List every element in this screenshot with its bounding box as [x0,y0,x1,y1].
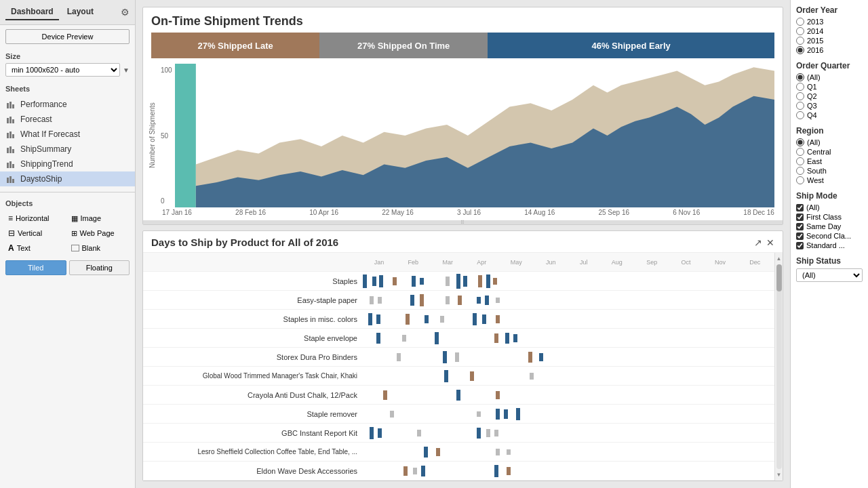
right-filter-panel: Order Year 2013 2014 2015 2016 Order Qua… [790,0,868,488]
svg-rect-0 [7,103,9,108]
region-all-radio[interactable] [796,138,804,146]
shipmode-second[interactable]: Second Cla... [796,232,863,240]
svg-rect-5 [12,119,14,123]
product-data [363,386,772,404]
year-2014[interactable]: 2014 [796,27,863,35]
svg-rect-12 [7,163,9,168]
shipmode-standard-cb[interactable] [796,242,804,249]
obj-blank[interactable]: Blank [68,241,130,255]
sheet-label-whatif: What If Forecast [20,129,80,139]
y-tick-0: 0 [161,197,172,205]
year-2013[interactable]: 2013 [796,18,863,26]
ship-status-title: Ship Status [796,256,863,266]
year-2014-radio[interactable] [796,27,804,35]
bar-chart-icon [5,99,16,110]
shipmode-all[interactable]: (All) [796,203,863,211]
year-2016[interactable]: 2016 [796,46,863,54]
scroll-thumb[interactable] [776,264,782,291]
year-2013-label: 2013 [807,18,823,26]
quarter-q3[interactable]: Q3 [796,102,863,110]
size-select[interactable]: min 1000x620 - auto [5,63,120,77]
tab-layout[interactable]: Layout [62,4,99,20]
shipped-early-segment[interactable]: 46% Shipped Early [488,33,774,58]
product-data [363,329,772,347]
sidebar-item-forecast[interactable]: Forecast [0,112,135,127]
tab-dashboard[interactable]: Dashboard [5,4,59,20]
sidebar-item-daystoship[interactable]: DaystoShip [0,171,135,186]
shipmode-first[interactable]: First Class [796,213,863,221]
quarter-q4[interactable]: Q4 [796,111,863,119]
svg-rect-10 [9,146,12,153]
table-row: Staple remover [143,405,774,424]
year-2013-radio[interactable] [796,18,804,26]
obj-vertical[interactable]: ⊟ Vertical [5,226,67,240]
obj-horizontal[interactable]: ≡ Horizontal [5,211,67,225]
scroll-track[interactable] [776,264,782,469]
bottom-chart-body: JanFebMarAprMayJunJulAugSepOctNovDec Sta… [143,253,783,481]
quarter-all-radio[interactable] [796,73,804,81]
quarter-q2-radio[interactable] [796,92,804,100]
sidebar-item-whatif[interactable]: What If Forecast [0,127,135,142]
shipped-late-label: 27% Shipped Late [197,41,273,51]
region-east-radio[interactable] [796,157,804,165]
region-south-radio[interactable] [796,167,804,175]
shipmode-first-cb[interactable] [796,214,804,221]
table-row: GBC Instant Report Kit [143,424,774,443]
quarter-q4-radio[interactable] [796,111,804,119]
quarter-q3-radio[interactable] [796,102,804,110]
region-west[interactable]: West [796,176,863,184]
region-central-radio[interactable] [796,148,804,156]
objects-grid: ≡ Horizontal ▦ Image ⊟ Vertical ⊞ Web Pa… [0,209,135,258]
shipmode-sameday[interactable]: Same Day [796,222,863,230]
bottom-chart-title: Days to Ship by Product for All of 2016 [151,237,338,248]
tiled-button[interactable]: Tiled [5,260,66,275]
shipmode-all-cb[interactable] [796,204,804,211]
image-icon: ▦ [71,214,78,223]
shipmode-standard[interactable]: Standard ... [796,241,863,249]
svg-rect-18 [175,64,196,207]
sidebar-item-shippingtrend[interactable]: ShippingTrend [0,157,135,171]
obj-text[interactable]: A Text [5,241,67,255]
ship-status-dropdown[interactable]: (All) [796,268,863,282]
shipped-late-segment[interactable]: 27% Shipped Late [151,33,319,58]
region-east[interactable]: East [796,157,863,165]
obj-webpage[interactable]: ⊞ Web Page [68,226,130,240]
svg-rect-1 [9,102,12,108]
chart-resize-handle[interactable]: ⠿ [143,220,783,224]
blank-icon [71,245,79,251]
region-all[interactable]: (All) [796,138,863,146]
quarter-q2[interactable]: Q2 [796,92,863,100]
quarter-q3-label: Q3 [807,102,817,110]
region-south[interactable]: South [796,167,863,175]
sidebar-item-shipsummary[interactable]: ShipSummary [0,142,135,157]
close-icon[interactable]: ✕ [766,237,774,248]
region-central[interactable]: Central [796,148,863,156]
shipmode-sameday-cb[interactable] [796,223,804,230]
region-west-radio[interactable] [796,176,804,184]
shipped-ontime-segment[interactable]: 27% Shipped On Time [319,33,488,58]
quarter-q1[interactable]: Q1 [796,83,863,91]
objects-section: Objects ≡ Horizontal ▦ Image ⊟ Vertical … [0,192,135,281]
sidebar-item-performance[interactable]: Performance [0,97,135,112]
scroll-up-arrow[interactable]: ▲ [775,254,783,263]
settings-icon[interactable]: ⚙ [121,7,130,18]
region-title: Region [796,126,863,136]
order-quarter-filter: Order Quarter (All) Q1 Q2 Q3 Q4 [796,61,863,119]
shipped-early-label: 46% Shipped Early [591,41,670,51]
quarter-q1-radio[interactable] [796,83,804,91]
shipmode-second-cb[interactable] [796,232,804,240]
floating-button[interactable]: Floating [69,260,130,275]
scroll-down-arrow[interactable]: ▼ [775,470,783,479]
obj-image[interactable]: ▦ Image [68,211,130,225]
year-2015[interactable]: 2015 [796,37,863,45]
obj-label-image: Image [81,214,102,222]
quarter-q1-label: Q1 [807,83,817,91]
quarter-all[interactable]: (All) [796,73,863,81]
product-data [363,348,772,366]
vertical-scrollbar[interactable]: ▲ ▼ [774,253,783,481]
year-2015-radio[interactable] [796,37,804,45]
device-preview-button[interactable]: Device Preview [5,29,130,44]
external-link-icon[interactable]: ↗ [754,237,762,248]
shipmode-sameday-label: Same Day [806,222,841,230]
year-2016-radio[interactable] [796,46,804,54]
